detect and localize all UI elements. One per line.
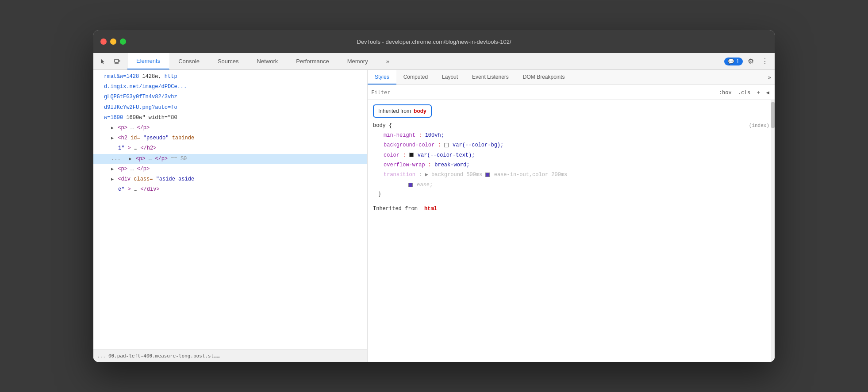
inherited-box: Inherited from body (373, 104, 432, 118)
tab-computed[interactable]: Computed (396, 70, 435, 85)
ease-swatch-1[interactable] (485, 173, 490, 177)
tab-more[interactable]: » (377, 53, 399, 69)
expand-icon[interactable]: ▶ (111, 167, 114, 172)
filter-input[interactable] (371, 89, 714, 96)
expand-icon[interactable]: ▶ (111, 177, 114, 182)
dom-line-selected[interactable]: ... ▶ <p> … </p> == $0 (93, 154, 367, 164)
scrollbar-thumb[interactable] (771, 102, 775, 128)
tab-memory[interactable]: Memory (338, 53, 377, 69)
devtools: Elements Console Sources Network Perform… (93, 53, 775, 362)
css-closing-brace: } (373, 190, 769, 199)
scrollbar-track[interactable] (771, 100, 775, 362)
notification-badge[interactable]: 💬 1 (724, 58, 743, 65)
title-bar: DevTools - developer.chrome.com/blog/new… (93, 30, 775, 53)
css-property-color: color : var(--color-text); (373, 150, 769, 160)
dom-line: e" > … </div> (93, 184, 367, 195)
ease-swatch-2[interactable] (408, 183, 413, 187)
rule-source[interactable]: (index) (749, 122, 769, 130)
styles-panel: Styles Computed Layout Event Listeners D… (368, 70, 775, 362)
top-tab-bar: Elements Console Sources Network Perform… (93, 53, 775, 70)
dom-line: ▶ <p> … </p> (93, 164, 367, 174)
tab-elements[interactable]: Elements (127, 53, 169, 69)
device-icon[interactable] (111, 55, 123, 68)
traffic-lights (100, 38, 126, 45)
dom-line: d9lJKcYw2FU.png?auto=fo (93, 103, 367, 113)
dom-line: d.imgix.net/image/dPDCe... (93, 82, 367, 92)
hov-button[interactable]: :hov (717, 88, 734, 96)
minimize-button[interactable] (110, 38, 116, 45)
rule-selector: body { (index) (373, 121, 769, 130)
dom-line: w=1600 1600w" width="80 (93, 113, 367, 123)
dom-line: ▶ <h2 id= "pseudo" tabinde (93, 133, 367, 143)
fullscreen-button[interactable] (120, 38, 126, 45)
devtools-window: DevTools - developer.chrome.com/blog/new… (93, 30, 775, 362)
tab-network[interactable]: Network (248, 53, 288, 69)
dom-line: ▶ <div class= "aside aside (93, 174, 367, 184)
css-property-background-color: background-color : var(--color-bg); (373, 140, 769, 150)
sub-tab-more[interactable]: » (764, 70, 775, 85)
dom-line: 1" > … </h2> (93, 143, 367, 154)
filter-bar: :hov .cls + ◀ (368, 85, 775, 100)
expand-icon[interactable]: ▶ (129, 157, 132, 161)
toolbar-right: 💬 1 ⚙ ⋮ (721, 53, 775, 69)
filter-buttons: :hov .cls + ◀ (717, 88, 771, 96)
tab-performance[interactable]: Performance (287, 53, 338, 69)
dots-indicator: ... (111, 156, 121, 162)
close-button[interactable] (100, 38, 107, 45)
color-swatch-bg[interactable] (444, 143, 449, 147)
toolbar-left (93, 53, 127, 69)
settings-icon[interactable]: ⚙ (745, 55, 757, 68)
inherited-from-html: Inherited from html (368, 202, 775, 216)
tab-layout[interactable]: Layout (435, 70, 465, 85)
svg-rect-0 (115, 59, 119, 62)
styles-content[interactable]: Inherited from body body { (index) (368, 100, 775, 362)
cursor-icon[interactable] (97, 55, 109, 68)
css-property-min-height: min-height : 100vh; (373, 131, 769, 140)
tab-console[interactable]: Console (169, 53, 209, 69)
more-options-icon[interactable]: ⋮ (759, 55, 771, 68)
dom-line: ▶ <p> … </p> (93, 123, 367, 133)
window-title: DevTools - developer.chrome.com/blog/new… (357, 38, 511, 45)
expand-icon[interactable]: ▶ (111, 126, 114, 131)
cls-button[interactable]: .cls (736, 88, 753, 96)
expand-icon[interactable]: ▶ (111, 136, 114, 141)
toggle-sidebar-button[interactable]: ◀ (764, 88, 771, 96)
inherited-from-body: Inherited from body (368, 102, 775, 120)
top-tabs: Elements Console Sources Network Perform… (127, 53, 721, 69)
css-rule-block-body: body { (index) min-height : 100vh; (368, 120, 775, 201)
main-content: rmat&w=1428 1428w, http d.imgix.net/imag… (93, 70, 775, 362)
sub-tab-bar: Styles Computed Layout Event Listeners D… (368, 70, 775, 85)
dom-line: gLQPGtEG3y0fTn4v82/3vhz (93, 92, 367, 102)
dom-breadcrumb: ... 00.pad-left-400.measure-long.post.st… (93, 350, 367, 362)
css-property-overflow-wrap: overflow-wrap : break-word; (373, 160, 769, 170)
dom-panel: rmat&w=1428 1428w, http d.imgix.net/imag… (93, 70, 368, 362)
tab-event-listeners[interactable]: Event Listeners (465, 70, 516, 85)
add-rule-button[interactable]: + (755, 88, 762, 96)
dom-line: rmat&w=1428 1428w, http (93, 72, 367, 82)
svg-rect-1 (119, 60, 120, 61)
tab-styles[interactable]: Styles (368, 70, 396, 85)
tab-dom-breakpoints[interactable]: DOM Breakpoints (516, 70, 572, 85)
css-property-transition: transition : ▶ background 500ms ease-in-… (373, 170, 769, 180)
dom-content[interactable]: rmat&w=1428 1428w, http d.imgix.net/imag… (93, 70, 367, 350)
css-property-ease: ease; (373, 180, 769, 190)
tab-sources[interactable]: Sources (209, 53, 248, 69)
color-swatch-text[interactable] (409, 153, 414, 157)
